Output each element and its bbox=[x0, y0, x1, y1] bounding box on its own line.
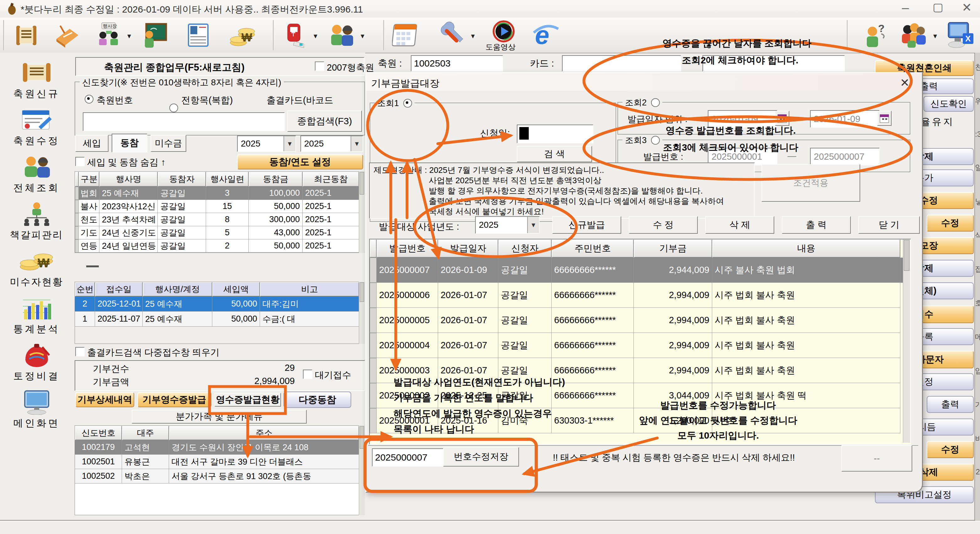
org-tree-icon[interactable] bbox=[19, 201, 54, 227]
table-row[interactable]: 1002502박초은서울 강서구 등촌로 91 302호 (등촌동 bbox=[75, 469, 364, 483]
target-year-dropdown[interactable]: 2025▼ bbox=[475, 216, 540, 234]
table-row[interactable]: 1002501유봉근대전 서구 갈마로 39 디안 더블래스 bbox=[75, 454, 364, 469]
dialog-search-button[interactable]: 검 색 bbox=[517, 146, 592, 162]
applicant-input[interactable] bbox=[517, 124, 593, 143]
event-manager-dropdown-icon[interactable]: ▼ bbox=[126, 33, 132, 40]
mailbox-icon[interactable]: ₸ bbox=[281, 21, 310, 49]
sidebar-item-edit[interactable]: 축원수정 bbox=[0, 134, 73, 147]
tab-seip[interactable]: 세입 bbox=[75, 135, 108, 152]
receipt-issue-button[interactable]: 기부영수증발급 bbox=[137, 392, 212, 407]
year-setting-button[interactable]: 동참/연도 설정 bbox=[237, 155, 363, 169]
year-dropdown-2[interactable]: 2025▼ bbox=[301, 135, 363, 152]
rightbar-confirm-button[interactable]: 신도확인 bbox=[924, 96, 974, 112]
tab-misu[interactable]: 미수금 bbox=[151, 135, 186, 152]
chevron-down-icon[interactable]: ▼ bbox=[283, 136, 296, 151]
receipt-number-input[interactable]: 2025000007 bbox=[372, 448, 444, 467]
tab-dongcham[interactable]: 동참 bbox=[111, 134, 147, 153]
apply-condition-button[interactable]: 조건적용 bbox=[761, 164, 860, 202]
table-row[interactable]: 20250000052026-01-07공갈일66666666******2,9… bbox=[370, 308, 903, 333]
calendar-picker-icon[interactable] bbox=[775, 111, 789, 126]
coins-won-icon[interactable]: ₩ bbox=[17, 248, 56, 274]
member-table-scrollbar[interactable] bbox=[359, 426, 365, 515]
people-icon[interactable] bbox=[326, 21, 356, 49]
table-row[interactable]: 기도24년 신중기도공갈일543,0002025-1 bbox=[75, 226, 364, 239]
internet-explorer-icon[interactable]: e bbox=[531, 20, 561, 50]
table-row[interactable]: 20250000042026-01-07공갈일66666666******2,9… bbox=[370, 333, 903, 358]
receipt-status-button[interactable]: 영수증발급현황 bbox=[215, 393, 281, 406]
user-question-icon[interactable]: ? bbox=[861, 21, 890, 49]
altar-icon[interactable] bbox=[53, 21, 81, 49]
fortune-bag-icon[interactable] bbox=[19, 342, 54, 368]
table-row[interactable]: 연등24년 일년연등공갈일250,0002025-1 bbox=[75, 239, 364, 253]
maximize-button[interactable]: ▢ bbox=[927, 1, 949, 16]
people-dropdown-icon[interactable]: ▼ bbox=[360, 33, 366, 40]
save-number-button[interactable]: 번호수정저장 bbox=[443, 447, 519, 467]
chevron-down-icon[interactable]: ▼ bbox=[351, 136, 363, 151]
rightbar-print2-button[interactable]: 출력 bbox=[927, 396, 974, 413]
rightbar-sujeong2-button[interactable]: 수정 bbox=[927, 441, 974, 458]
dialog-title-strip[interactable] bbox=[366, 73, 920, 91]
chevron-down-icon[interactable]: ▼ bbox=[527, 217, 539, 233]
event-table-scrollbar[interactable] bbox=[359, 171, 365, 253]
table-row[interactable]: 천도23년 추석차례공갈일8300,0002025-1 bbox=[75, 213, 364, 226]
query2-radio[interactable] bbox=[651, 98, 660, 107]
event-manager-icon[interactable]: 행사장 bbox=[94, 21, 123, 49]
chukwon-field[interactable]: 1002503 bbox=[411, 55, 503, 72]
donation-detail-button[interactable]: 기부상세내역 bbox=[75, 392, 134, 407]
table-row[interactable]: 22025-12-0125 예수재50,000대주:김미 bbox=[75, 296, 364, 312]
member-table[interactable]: 신도번호대주주소1002179고석현경기도 수원시 장안구 이목로 24 108… bbox=[75, 426, 364, 515]
calendar-picker-icon[interactable] bbox=[877, 111, 892, 126]
sidebar-item-fortune[interactable]: 토정비결 bbox=[0, 370, 73, 383]
mailbox-dropdown-icon[interactable]: ▼ bbox=[312, 33, 319, 40]
people-pair-icon[interactable] bbox=[19, 154, 54, 180]
sidebar-item-viewall[interactable]: 전체조회 bbox=[0, 181, 73, 194]
event-table[interactable]: 구분행사명동참자행사일련동참금최근동참법회25 예수재공갈일3100,00020… bbox=[75, 171, 364, 253]
user-group-dropdown-icon[interactable]: ▼ bbox=[932, 33, 938, 40]
calendar-icon[interactable] bbox=[391, 21, 422, 49]
table-row[interactable]: 20250000062026-01-07공갈일66666666******2,9… bbox=[370, 283, 903, 308]
radio-all-fields[interactable] bbox=[169, 104, 178, 112]
receipt-card-icon[interactable] bbox=[186, 21, 215, 49]
dash-button[interactable]: -- bbox=[842, 445, 912, 472]
sidebar-item-main[interactable]: 메인화면 bbox=[0, 417, 73, 430]
issue-number-to-input[interactable]: 2025000007 bbox=[810, 148, 880, 165]
table-row[interactable]: 법회25 예수재공갈일3100,0002025-1 bbox=[75, 187, 364, 200]
issue-date-to-input[interactable]: 2026-01-09 bbox=[810, 110, 880, 128]
query1-radio[interactable] bbox=[403, 99, 412, 108]
monitor-icon[interactable] bbox=[19, 389, 54, 415]
type2007-checkbox[interactable] bbox=[315, 62, 324, 71]
sidebar-item-new[interactable]: 축원신규 bbox=[0, 87, 73, 100]
table-row[interactable]: 20250000072026-01-09공갈일66666666******2,9… bbox=[370, 258, 903, 283]
table-row[interactable]: 불사2023약사12신공갈일1550,0002025-1 bbox=[75, 200, 364, 213]
help-video-icon[interactable] bbox=[488, 19, 519, 43]
close-dialog-button[interactable]: 닫 기 bbox=[858, 216, 920, 234]
radio-chukwon-number[interactable] bbox=[85, 95, 94, 104]
general-search-button[interactable]: 종합검색(F3) bbox=[287, 110, 362, 132]
close-button[interactable]: ✕ bbox=[956, 1, 978, 16]
scroll-icon[interactable] bbox=[13, 21, 40, 49]
new-issue-button[interactable]: 신규발급 bbox=[552, 216, 621, 234]
card-field[interactable] bbox=[562, 55, 681, 72]
bar-chart-icon[interactable] bbox=[19, 295, 54, 321]
pc-export-icon[interactable]: X bbox=[945, 20, 976, 50]
coins-icon[interactable]: ₩ bbox=[228, 21, 257, 49]
wait-checkbox[interactable] bbox=[303, 370, 312, 379]
family-menu-button[interactable]: 분가가족 및 분가메뉴 bbox=[132, 410, 307, 424]
delete-button[interactable]: 삭 제 bbox=[705, 216, 774, 234]
print-button[interactable]: 출 력 bbox=[782, 216, 851, 234]
tools-dropdown-icon[interactable]: ▼ bbox=[470, 33, 476, 40]
year-dropdown-1[interactable]: 2025▼ bbox=[237, 135, 296, 152]
income-table[interactable]: 순번접수일행사명/계정세입액비고22025-12-0125 예수재50,000대… bbox=[75, 282, 364, 344]
sidebar-item-stats[interactable]: 통계분석 bbox=[0, 322, 73, 336]
sidebar-item-bookmark[interactable]: 책갈피관리 bbox=[0, 228, 73, 242]
receipt-table-scrollbar[interactable] bbox=[903, 239, 910, 443]
user-group-icon[interactable] bbox=[897, 21, 929, 49]
dialog-close-icon[interactable]: ✕ bbox=[900, 76, 910, 89]
multi-dongcham-button[interactable]: 다중동참 bbox=[283, 392, 351, 408]
finder-search-input[interactable] bbox=[83, 112, 285, 131]
table-row[interactable]: 1002179고석현경기도 수원시 장안구 이목로 24 108 bbox=[75, 440, 364, 454]
hide-checkbox[interactable] bbox=[75, 157, 85, 166]
scroll-icon[interactable] bbox=[19, 60, 54, 86]
minimize-button[interactable]: – bbox=[894, 1, 916, 16]
tools-icon[interactable] bbox=[436, 21, 467, 49]
